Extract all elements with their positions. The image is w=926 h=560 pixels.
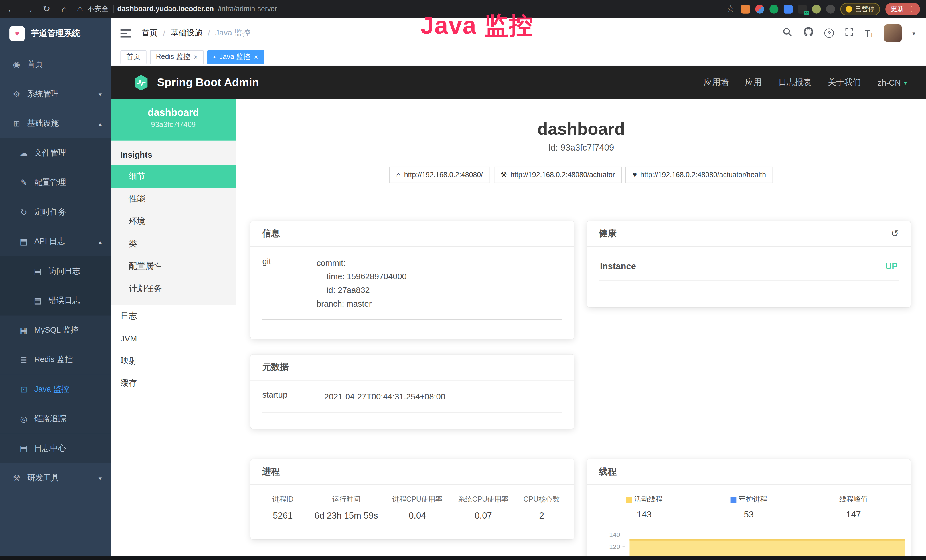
sba-sidebar-item-environment[interactable]: 环境 <box>111 210 236 233</box>
sidebar-item-config-mgmt[interactable]: ✎ 配置管理 <box>0 168 111 197</box>
link-health[interactable]: ♥ http://192.168.0.2:48080/actuator/heal… <box>625 166 773 183</box>
sba-brand[interactable]: Spring Boot Admin <box>132 74 259 92</box>
sidebar-item-api-logs[interactable]: ▤ API 日志 ▴ <box>0 227 111 256</box>
extension-icon[interactable]: on <box>798 5 807 14</box>
process-metrics: 进程ID 5261 运行时间 6d 23h 15m 59s 进程CPU使用率 0… <box>250 485 574 530</box>
extension-icon[interactable] <box>741 5 750 14</box>
sidebar-item-log-center[interactable]: ▤ 日志中心 <box>0 434 111 463</box>
paused-badge[interactable]: 已暂停 <box>840 3 880 15</box>
update-button[interactable]: 更新 ⋮ <box>885 3 920 15</box>
app-sidebar: ♥ 芋道管理系统 ◉ 首页 ⚙ 系统管理 ▾ ⊞ 基础设施 ▴ ☁ 文件管理 <box>0 18 111 560</box>
extension-icon[interactable] <box>826 5 835 14</box>
extension-icon[interactable] <box>812 5 821 14</box>
breadcrumb-infrastructure[interactable]: 基础设施 <box>171 28 203 38</box>
chevron-up-icon: ▴ <box>99 239 101 245</box>
sidebar-item-mysql-monitor[interactable]: ▦ MySQL 监控 <box>0 316 111 345</box>
sidebar-item-trace[interactable]: ◎ 链路追踪 <box>0 404 111 434</box>
sba-sidebar-item-caches[interactable]: 缓存 <box>111 372 236 395</box>
link-root[interactable]: ⌂ http://192.168.0.2:48080/ <box>389 166 490 183</box>
help-icon[interactable]: ? <box>825 28 834 38</box>
browser-back-button[interactable]: ← <box>6 4 17 14</box>
browser-address-bar[interactable]: ⚠ 不安全 dashboard.yudao.iocoder.cn /infra/… <box>77 4 718 14</box>
chart-tickmark <box>623 546 625 547</box>
link-actuator[interactable]: ⚒ http://192.168.0.2:48080/actuator <box>493 166 622 183</box>
sidebar-item-system-mgmt[interactable]: ⚙ 系统管理 ▾ <box>0 79 111 109</box>
browser-home-button[interactable]: ⌂ <box>59 4 70 14</box>
sba-nav-links: 应用墙 应用 日志报表 关于我们 zh-CN ▾ <box>704 77 907 88</box>
browser-forward-button[interactable]: → <box>24 4 34 14</box>
chart-tickmark <box>623 534 625 535</box>
sba-language-select[interactable]: zh-CN ▾ <box>878 78 907 87</box>
fullscreen-icon[interactable] <box>845 27 854 39</box>
info-value: commit: time: 1596289704000 id: 27aa832 … <box>316 256 407 311</box>
extension-icon[interactable] <box>755 5 764 14</box>
sba-sidebar-item-logs[interactable]: 日志 <box>111 305 236 327</box>
instance-header[interactable]: dashboard 93a3fc7f7409 <box>111 99 236 141</box>
app-logo-row[interactable]: ♥ 芋道管理系统 <box>0 18 111 50</box>
sba-nav-log-report[interactable]: 日志报表 <box>778 77 811 88</box>
sba-sidebar-item-config-props[interactable]: 配置属性 <box>111 255 236 278</box>
sba-nav-about[interactable]: 关于我们 <box>828 77 861 88</box>
sidebar-item-file-mgmt[interactable]: ☁ 文件管理 <box>0 138 111 168</box>
sba-sidebar-item-mappings[interactable]: 映射 <box>111 350 236 372</box>
process-metric-uptime: 运行时间 6d 23h 15m 59s <box>308 494 384 520</box>
sidebar-item-label: 日志中心 <box>34 443 66 454</box>
search-icon[interactable] <box>782 27 793 39</box>
close-icon[interactable]: × <box>194 53 198 61</box>
sba-sidebar-item-metrics[interactable]: 性能 <box>111 188 236 210</box>
sidebar-item-dev-tools[interactable]: ⚒ 研发工具 ▾ <box>0 463 111 493</box>
threads-card: 线程 活动线程 143 守护进程 53 <box>587 459 911 560</box>
legend-value: 147 <box>801 509 906 519</box>
home-icon: ⌂ <box>396 171 400 179</box>
sidebar-item-home[interactable]: ◉ 首页 <box>0 50 111 79</box>
sidebar-item-label: Java 监控 <box>34 384 69 395</box>
info-line: branch: master <box>316 297 407 311</box>
process-metric-cpu-cores: CPU核心数 2 <box>516 494 567 520</box>
sidebar-item-java-monitor[interactable]: ⊡ Java 监控 <box>0 375 111 404</box>
bookmark-star-icon[interactable]: ☆ <box>725 3 736 14</box>
tab-java-monitor[interactable]: ● Java 监控 × <box>207 50 264 64</box>
sba-sidebar-item-details[interactable]: 细节 <box>111 165 236 188</box>
sba-sidebar-item-classes[interactable]: 类 <box>111 233 236 255</box>
tab-label: Java 监控 <box>219 52 250 62</box>
sba-sidebar-item-jvm[interactable]: JVM <box>111 327 236 350</box>
card-title-label: 元数据 <box>262 362 289 372</box>
extension-icon[interactable] <box>784 5 793 14</box>
avatar-caret-icon[interactable]: ▾ <box>912 30 915 36</box>
window-bottom-edge <box>0 556 926 560</box>
sba-sidebar-item-scheduled-tasks[interactable]: 计划任务 <box>111 278 236 300</box>
breadcrumb-home[interactable]: 首页 <box>142 28 158 38</box>
sba-nav-wallboard[interactable]: 应用墙 <box>704 77 729 88</box>
chevron-down-icon: ▾ <box>99 91 101 97</box>
tab-redis-monitor[interactable]: Redis 监控 × <box>150 50 204 64</box>
font-size-icon[interactable]: TT <box>865 28 873 38</box>
history-icon[interactable]: ↺ <box>891 228 899 239</box>
close-icon[interactable]: × <box>254 53 258 61</box>
github-icon[interactable] <box>803 27 814 40</box>
sba-nav-applications[interactable]: 应用 <box>745 77 762 88</box>
threads-card-title: 线程 <box>587 459 911 485</box>
sidebar-item-redis-monitor[interactable]: ≣ Redis 监控 <box>0 345 111 375</box>
sidebar-item-access-logs[interactable]: ▤ 访问日志 <box>0 256 111 286</box>
tab-home[interactable]: 首页 <box>120 50 146 64</box>
health-instance-row[interactable]: Instance UP <box>599 256 899 281</box>
info-row: git commit: time: 1596289704000 id: 27aa… <box>262 247 562 320</box>
document-icon: ▤ <box>19 237 28 246</box>
browser-reload-button[interactable]: ↻ <box>41 3 52 14</box>
sidebar-item-scheduled-jobs[interactable]: ↻ 定时任务 <box>0 197 111 227</box>
sidebar-item-label: Redis 监控 <box>34 354 73 365</box>
avatar[interactable] <box>884 24 902 42</box>
browser-menu-icon[interactable]: ⋮ <box>908 5 915 13</box>
legend-value: 53 <box>696 509 801 519</box>
sidebar-item-error-logs[interactable]: ▤ 错误日志 <box>0 286 111 316</box>
paused-label: 已暂停 <box>855 5 875 14</box>
health-card-title: 健康 ↺ <box>587 221 911 247</box>
monitor-icon: ⊡ <box>19 384 28 394</box>
hamburger-icon[interactable] <box>120 29 131 37</box>
sidebar-item-infrastructure[interactable]: ⊞ 基础设施 ▴ <box>0 109 111 138</box>
extension-icon[interactable] <box>769 5 778 14</box>
card-title-label: 进程 <box>262 466 280 477</box>
metric-label: 进程CPU使用率 <box>384 494 450 504</box>
sba-navbar: Spring Boot Admin 应用墙 应用 日志报表 关于我们 zh-CN… <box>111 66 926 99</box>
instance-id-line: Id: 93a3fc7f7409 <box>236 142 926 152</box>
